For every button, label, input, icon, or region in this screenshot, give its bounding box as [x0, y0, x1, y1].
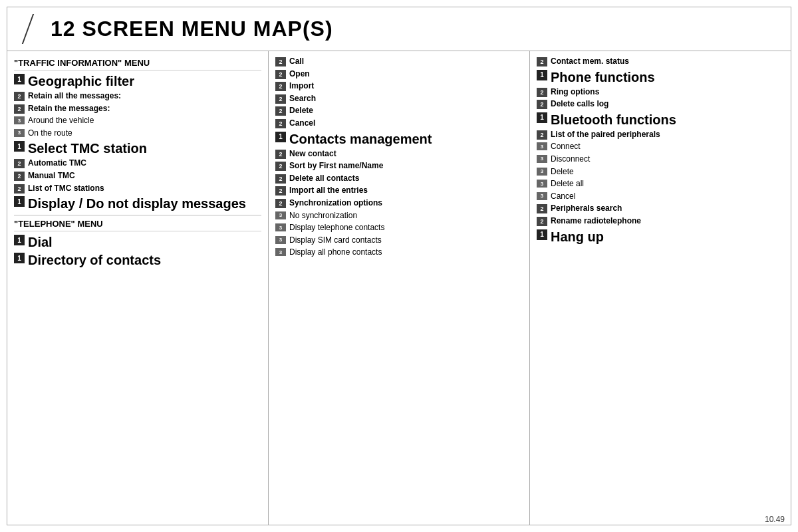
item-text: New contact	[289, 149, 336, 160]
item-text: Disconnect	[551, 154, 590, 165]
list-item: 2Call	[275, 57, 523, 67]
list-item: 1Dial	[14, 234, 261, 250]
chapter-number: 12	[51, 17, 76, 41]
item-text: Delete all contacts	[289, 174, 359, 184]
list-item: 2Delete calls log	[537, 99, 784, 110]
level-3-badge: 3	[537, 155, 547, 163]
item-text: Search	[289, 94, 316, 104]
list-item: 2Cancel	[275, 118, 523, 129]
level-3-badge: 3	[14, 129, 25, 137]
level-3-badge: 3	[275, 236, 286, 244]
content-area: "TRAFFIC INFORMATION" MENU1Geographic fi…	[7, 51, 791, 525]
item-text: Contacts management	[289, 131, 432, 147]
level-2-badge: 2	[537, 88, 547, 97]
list-item: 3On the route	[14, 128, 261, 139]
level-2-badge: 2	[537, 57, 547, 66]
list-item: 3Display SIM card contacts	[275, 235, 523, 246]
level-2-badge: 2	[537, 130, 547, 140]
list-item: 2Contact mem. status	[537, 57, 784, 67]
level-1-badge: 1	[275, 132, 286, 142]
item-text: Call	[289, 57, 304, 67]
list-item: 1Phone functions	[537, 69, 784, 85]
item-text: Hang up	[551, 229, 604, 245]
item-text: Display all phone contacts	[289, 247, 382, 258]
level-2-badge: 2	[275, 186, 286, 196]
item-text: Automatic TMC	[28, 158, 86, 169]
level-3-badge: 3	[275, 248, 286, 256]
list-item: 3Delete	[537, 167, 784, 178]
list-item: 2Automatic TMC	[14, 158, 261, 169]
list-item: 2Open	[275, 69, 523, 80]
item-text: Display SIM card contacts	[289, 235, 382, 246]
column-2: 2Call2Open2Import2Search2Delete2Cancel1C…	[269, 51, 530, 525]
level-3-badge: 3	[14, 116, 25, 124]
level-3-badge: 3	[537, 192, 547, 200]
item-text: Display / Do not display messages	[28, 196, 246, 211]
list-item: 2Search	[275, 94, 523, 104]
list-item: 3Display all phone contacts	[275, 247, 523, 258]
level-2-badge: 2	[14, 159, 25, 168]
list-item: 2Ring options	[537, 87, 784, 98]
level-2-badge: 2	[14, 104, 25, 114]
item-text: Cancel	[551, 192, 575, 202]
page-container: 12 SCREEN MENU MAP(S) "TRAFFIC INFORMATI…	[7, 7, 791, 525]
level-2-badge: 2	[275, 174, 286, 184]
level-3-badge: 3	[537, 168, 547, 176]
item-text: Geographic filter	[28, 73, 134, 89]
item-text: Manual TMC	[28, 171, 75, 182]
item-text: Retain the messages:	[28, 104, 110, 114]
page-number: 10.49	[765, 515, 785, 524]
level-3-badge: 3	[275, 223, 286, 231]
menu-section-label: "TRAFFIC INFORMATION" MENU	[14, 58, 261, 70]
list-item: 1Select TMC station	[14, 140, 261, 156]
item-text: Around the vehicle	[28, 116, 94, 126]
column-1: "TRAFFIC INFORMATION" MENU1Geographic fi…	[7, 51, 269, 525]
item-text: Ring options	[551, 87, 599, 98]
list-item: 2New contact	[275, 149, 523, 160]
list-item: 2List of TMC stations	[14, 184, 261, 194]
item-text: Delete	[551, 167, 574, 178]
section-divider	[14, 215, 261, 215]
list-item: 2Import	[275, 81, 523, 92]
list-item: 2Import all the entries	[275, 186, 523, 196]
item-text: List of the paired peripherals	[551, 130, 660, 140]
list-item: 1Directory of contacts	[14, 252, 261, 268]
level-2-badge: 2	[275, 106, 286, 116]
item-text: Sort by First name/Name	[289, 161, 383, 172]
item-text: Display telephone contacts	[289, 223, 384, 233]
list-item: 3Cancel	[537, 192, 784, 202]
item-text: Cancel	[289, 118, 315, 129]
item-text: Dial	[28, 234, 53, 250]
level-2-badge: 2	[537, 100, 547, 109]
list-item: 2Synchronization options	[275, 198, 523, 209]
level-2-badge: 2	[275, 150, 286, 159]
level-1-badge: 1	[14, 74, 25, 84]
item-text: Peripherals search	[551, 203, 622, 214]
level-1-badge: 1	[537, 70, 547, 80]
list-item: 2Peripherals search	[537, 203, 784, 214]
list-item: 2Delete	[275, 106, 523, 116]
list-item: 3Delete all	[537, 179, 784, 190]
level-3-badge: 3	[537, 142, 547, 150]
level-2-badge: 2	[14, 172, 25, 181]
list-item: 2Retain all the messages:	[14, 91, 261, 102]
level-2-badge: 2	[275, 57, 286, 66]
item-text: Select TMC station	[28, 140, 147, 156]
list-item: 1Display / Do not display messages	[14, 196, 261, 211]
item-text: Contact mem. status	[551, 57, 629, 67]
item-text: Connect	[551, 142, 581, 152]
chapter-title: SCREEN MENU MAP(S)	[82, 17, 332, 41]
level-1-badge: 1	[14, 196, 25, 207]
item-text: Import	[289, 81, 314, 92]
level-2-badge: 2	[275, 119, 286, 128]
level-2-badge: 2	[14, 92, 25, 101]
list-item: 2Retain the messages:	[14, 104, 261, 114]
header-decoration	[22, 14, 53, 44]
list-item: 2List of the paired peripherals	[537, 130, 784, 140]
item-text: Open	[289, 69, 310, 80]
menu-section-label: "TELEPHONE" MENU	[14, 219, 261, 231]
level-1-badge: 1	[14, 253, 25, 263]
item-text: On the route	[28, 128, 72, 139]
level-2-badge: 2	[275, 94, 286, 104]
item-text: Import all the entries	[289, 186, 368, 196]
